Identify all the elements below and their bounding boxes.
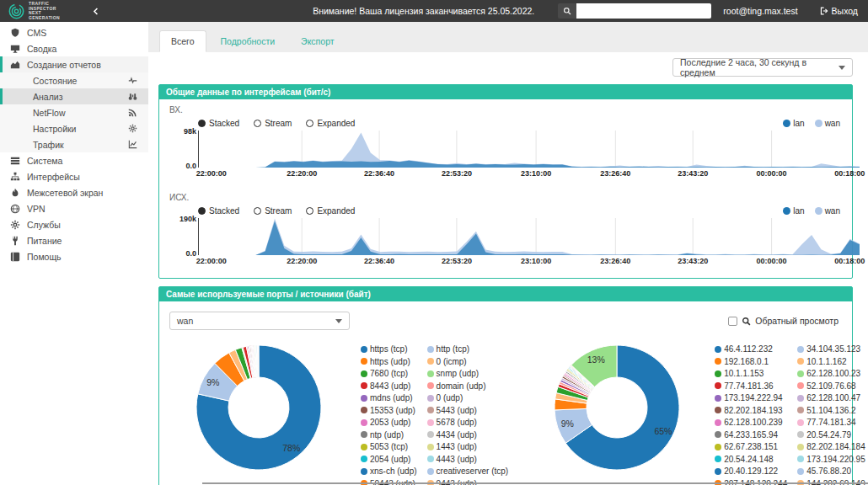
- legend-item[interactable]: 2054 (udp): [361, 455, 417, 464]
- legend-item[interactable]: 15353 (udp): [361, 406, 417, 415]
- user-account[interactable]: root@ting.max.test: [723, 6, 797, 16]
- tab-экспорт[interactable]: Экспорт: [289, 30, 346, 52]
- panel-title: Общие данные по интерфейсам (бит/с): [159, 85, 852, 99]
- sidebar-item-анализ[interactable]: Анализ: [0, 88, 148, 104]
- legend-item[interactable]: 173.194.222.94: [715, 393, 787, 402]
- legend-item[interactable]: 4434 (udp): [427, 430, 509, 440]
- legend-item[interactable]: xns-ch (udp): [361, 466, 417, 476]
- legend-item[interactable]: ntp (udp): [361, 430, 417, 440]
- sidebar-item-службы[interactable]: Службы: [0, 216, 148, 232]
- chart-direction-label: ИСХ.: [169, 193, 844, 202]
- sidebar-item-создание-отчетов[interactable]: Создание отчетов: [0, 56, 148, 72]
- legend-item[interactable]: 51.104.136.2: [797, 406, 865, 415]
- plug-icon: [10, 236, 20, 246]
- search-input[interactable]: [576, 3, 711, 19]
- mode-radio-stacked[interactable]: Stacked: [198, 119, 239, 128]
- mode-radio-stream[interactable]: Stream: [254, 119, 292, 128]
- legend-dot-icon: [361, 382, 367, 389]
- sidebar-item-трафик[interactable]: Трафик: [0, 136, 148, 152]
- reverse-view-checkbox[interactable]: [728, 317, 737, 326]
- sidebar-item-настройки[interactable]: Настройки: [0, 120, 148, 136]
- legend-item[interactable]: 10.1.1.162: [797, 357, 865, 366]
- legend-dot-icon: [783, 207, 790, 215]
- legend-item[interactable]: 0 (icmp): [427, 357, 509, 366]
- legend-item[interactable]: 20.54.24.79: [797, 430, 865, 440]
- legend-item-lan[interactable]: lan: [783, 119, 804, 128]
- top-ports-donut-chart[interactable]: https (tcp)78%http (tcp)9%https (udp)0 (…: [191, 340, 326, 475]
- legend-item[interactable]: 45.76.88.20: [797, 466, 865, 476]
- legend-item[interactable]: 5053 (tcp): [361, 442, 417, 451]
- binoculars-icon: [128, 92, 137, 101]
- legend-item-wan[interactable]: wan: [815, 119, 840, 128]
- legend-item[interactable]: 52.109.76.68: [797, 381, 865, 391]
- legend-item[interactable]: 8443 (udp): [361, 381, 417, 391]
- sidebar-item-помощь[interactable]: Помощь: [0, 248, 148, 264]
- legend-dot-icon: [797, 456, 804, 462]
- sidebar-item-vpn[interactable]: VPN: [0, 200, 148, 216]
- sidebar-item-питание[interactable]: Питание: [0, 232, 148, 248]
- legend-item[interactable]: 62.128.100.47: [797, 393, 865, 402]
- legend-item[interactable]: https (udp): [361, 357, 417, 366]
- legend-item[interactable]: 2053 (udp): [361, 418, 417, 427]
- legend-item[interactable]: 7680 (tcp): [361, 369, 417, 378]
- legend-dot-icon: [715, 468, 721, 475]
- legend-item[interactable]: creativeserver (tcp): [427, 466, 509, 476]
- sidebar: CMSСводкаСоздание отчетовСостояниеАнализ…: [0, 22, 148, 485]
- radio-icon: [254, 120, 261, 127]
- legend-item-lan[interactable]: lan: [783, 206, 804, 216]
- mode-radio-stacked[interactable]: Stacked: [198, 206, 239, 216]
- legend-item[interactable]: 20.54.24.148: [715, 455, 787, 464]
- legend-item[interactable]: 4443 (udp): [427, 455, 509, 464]
- traffic-in-chart[interactable]: 98k 0.0: [198, 131, 860, 168]
- sidebar-item-система[interactable]: Система: [0, 152, 148, 168]
- legend-item-wan[interactable]: wan: [815, 206, 840, 216]
- legend-item[interactable]: 1443 (udp): [427, 442, 509, 451]
- tab-подробности[interactable]: Подробности: [209, 30, 287, 52]
- legend-item[interactable]: http (tcp): [427, 344, 509, 354]
- sidebar-item-состояние[interactable]: Состояние: [0, 72, 148, 88]
- legend-dot-icon: [715, 395, 721, 402]
- tasks-icon: [10, 156, 20, 166]
- mode-radio-expanded[interactable]: Expanded: [306, 206, 355, 216]
- legend-item[interactable]: 62.67.238.151: [715, 442, 787, 451]
- legend-item[interactable]: 10.1.1.153: [715, 369, 787, 378]
- sidebar-item-cms[interactable]: CMS: [0, 24, 148, 40]
- legend-item[interactable]: 64.233.165.94: [715, 430, 787, 440]
- legend-item[interactable]: 20.40.129.122: [715, 466, 787, 476]
- legend-item[interactable]: 5678 (udp): [427, 418, 509, 427]
- horizontal-scrollbar[interactable]: [202, 482, 868, 484]
- legend-item[interactable]: 77.74.181.36: [715, 381, 787, 391]
- sidebar-item-интерфейсы[interactable]: Интерфейсы: [0, 168, 148, 184]
- heartbeat-icon: [128, 76, 137, 85]
- mode-radio-stream[interactable]: Stream: [254, 206, 292, 216]
- legend-item[interactable]: 34.104.35.123: [797, 344, 865, 354]
- top-sources-donut-chart[interactable]: 46.4.112.23265%34.104.35.1239%192.168.0.…: [549, 340, 684, 475]
- traffic-out-chart[interactable]: 190k 0.0: [198, 218, 860, 255]
- legend-item[interactable]: mdns (udp): [361, 393, 417, 402]
- legend-dot-icon: [715, 456, 721, 462]
- sidebar-item-сводка[interactable]: Сводка: [0, 40, 148, 56]
- legend-item[interactable]: 62.128.100.23: [797, 369, 865, 378]
- period-select[interactable]: Последние 2 часа, 30 секунд в среднем: [672, 58, 853, 77]
- legend-item[interactable]: 77.74.181.34: [797, 418, 865, 427]
- interface-select[interactable]: wan: [169, 312, 350, 330]
- legend-item[interactable]: 82.202.184.184: [797, 442, 865, 451]
- legend-item[interactable]: 0 (udp): [427, 393, 509, 402]
- legend-item[interactable]: 62.128.100.239: [715, 418, 787, 427]
- collapse-sidebar-button[interactable]: [88, 3, 103, 19]
- legend-item[interactable]: 82.202.184.193: [715, 406, 787, 415]
- sidebar-item-netflow[interactable]: NetFlow: [0, 104, 148, 120]
- legend-dot-icon: [427, 431, 434, 438]
- tab-всего[interactable]: Всего: [159, 30, 206, 52]
- legend-item[interactable]: https (tcp): [361, 344, 417, 354]
- legend-item[interactable]: domain (udp): [427, 381, 509, 391]
- y-axis-max-label: 190k: [171, 215, 196, 223]
- legend-item[interactable]: 173.194.220.95: [797, 455, 865, 464]
- legend-item[interactable]: 5443 (udp): [427, 406, 509, 415]
- sidebar-item-межсетевой-экран[interactable]: Межсетевой экран: [0, 184, 148, 200]
- legend-item[interactable]: snmp (udp): [427, 369, 509, 378]
- logout-button[interactable]: Выход: [820, 6, 858, 16]
- legend-item[interactable]: 192.168.0.1: [715, 357, 787, 366]
- legend-item[interactable]: 46.4.112.232: [715, 344, 787, 354]
- mode-radio-expanded[interactable]: Expanded: [306, 119, 355, 128]
